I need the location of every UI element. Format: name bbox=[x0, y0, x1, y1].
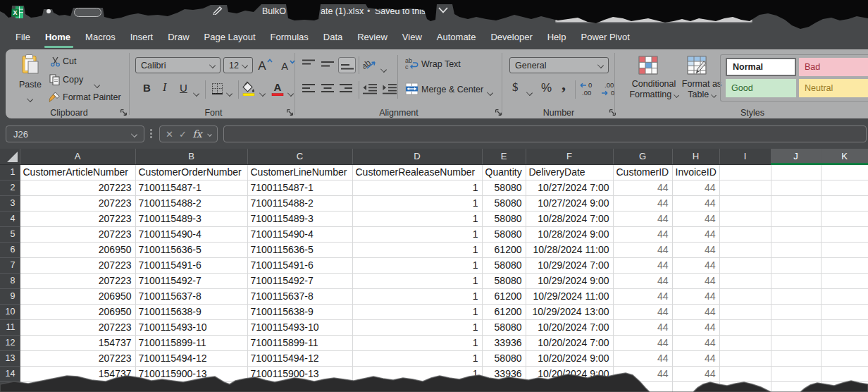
tab-automate[interactable]: Automate bbox=[437, 32, 476, 43]
row-header-7[interactable]: 7 bbox=[0, 257, 20, 273]
fill-color-chevron-icon[interactable] bbox=[260, 86, 265, 99]
cell-A7[interactable]: 207223 bbox=[20, 257, 135, 273]
cell-F12[interactable]: 10/20/2024 7:00 bbox=[526, 335, 613, 350]
column-header-D[interactable]: D bbox=[352, 149, 482, 164]
cell-A3[interactable]: 207223 bbox=[20, 195, 135, 211]
tab-help[interactable]: Help bbox=[547, 32, 566, 43]
tab-developer[interactable]: Developer bbox=[490, 32, 532, 43]
cell-F5[interactable]: 10/28/2024 9:00 bbox=[526, 226, 613, 242]
cell-H1[interactable]: InvoiceID bbox=[672, 164, 719, 180]
cell-H10[interactable]: 44 bbox=[672, 304, 719, 319]
cell-B2[interactable]: 7100115487-1 bbox=[135, 180, 247, 195]
cell-C7[interactable]: 7100115491-6 bbox=[247, 257, 352, 273]
row-header-14[interactable]: 14 bbox=[0, 366, 20, 381]
merge-center-button[interactable] bbox=[404, 82, 418, 96]
cell-H11[interactable]: 44 bbox=[672, 319, 719, 335]
bottom-align-button[interactable] bbox=[338, 57, 356, 73]
tab-draw[interactable]: Draw bbox=[168, 32, 189, 43]
cell-H14[interactable]: 44 bbox=[672, 366, 719, 381]
merge-center-chevron-icon[interactable] bbox=[488, 85, 492, 98]
cell-D1[interactable]: CustomerRealeaseNumber bbox=[352, 164, 482, 180]
cell-D11[interactable]: 1 bbox=[352, 319, 482, 335]
column-header-I[interactable]: I bbox=[719, 149, 771, 164]
tab-macros[interactable]: Macros bbox=[85, 32, 116, 43]
cell-D14[interactable]: 1 bbox=[352, 366, 482, 381]
underline-button[interactable]: U bbox=[180, 82, 187, 94]
column-header-E[interactable]: E bbox=[482, 149, 526, 164]
cell-A10[interactable]: 206950 bbox=[20, 304, 135, 319]
cell-F2[interactable]: 10/27/2024 7:00 bbox=[526, 180, 613, 195]
cell-E12[interactable]: 33936 bbox=[482, 335, 526, 350]
borders-button[interactable] bbox=[211, 82, 223, 94]
cell-C14[interactable]: 7100115900-13 bbox=[247, 366, 352, 381]
cell-C12[interactable]: 7100115899-11 bbox=[247, 335, 352, 350]
cell-E9[interactable]: 61200 bbox=[482, 288, 526, 304]
row-header-6[interactable]: 6 bbox=[0, 242, 20, 257]
cell-D2[interactable]: 1 bbox=[352, 180, 482, 195]
cell-J13[interactable] bbox=[771, 350, 821, 366]
cell-H15[interactable] bbox=[672, 381, 719, 392]
cell-K11[interactable] bbox=[821, 319, 868, 335]
increase-font-size-button[interactable]: A bbox=[256, 57, 273, 73]
accounting-format-button[interactable]: $ bbox=[512, 80, 519, 94]
cell-H6[interactable]: 44 bbox=[672, 242, 719, 257]
align-center-button[interactable] bbox=[320, 82, 335, 96]
cell-K2[interactable] bbox=[821, 180, 868, 195]
cell-F7[interactable]: 10/29/2024 7:00 bbox=[526, 257, 613, 273]
cell-I7[interactable] bbox=[719, 257, 771, 273]
bold-button[interactable]: B bbox=[143, 82, 151, 94]
tab-power-pivot[interactable]: Power Pivot bbox=[581, 32, 629, 43]
tab-page-layout[interactable]: Page Layout bbox=[204, 32, 256, 43]
middle-align-button[interactable] bbox=[320, 57, 335, 71]
row-header-12[interactable]: 12 bbox=[0, 335, 20, 350]
autosave-toggle-knob[interactable] bbox=[46, 9, 51, 13]
italic-button[interactable]: I bbox=[163, 81, 166, 94]
cell-B13[interactable]: 7100115494-12 bbox=[135, 350, 247, 366]
cell-B7[interactable]: 7100115491-6 bbox=[135, 257, 247, 273]
cell-G8[interactable]: 44 bbox=[613, 273, 672, 288]
row-header-8[interactable]: 8 bbox=[0, 273, 20, 288]
cell-B12[interactable]: 7100115899-11 bbox=[135, 335, 247, 350]
cell-K6[interactable] bbox=[821, 242, 868, 257]
cell-E13[interactable]: 58080 bbox=[482, 350, 526, 366]
cell-A5[interactable]: 207223 bbox=[20, 226, 135, 242]
cell-G15[interactable] bbox=[613, 381, 672, 392]
cell-A4[interactable]: 207223 bbox=[20, 211, 135, 226]
cell-E6[interactable]: 61200 bbox=[482, 242, 526, 257]
column-header-K[interactable]: K bbox=[821, 149, 868, 164]
cell-H8[interactable]: 44 bbox=[672, 273, 719, 288]
row-header-13[interactable]: 13 bbox=[0, 350, 20, 366]
row-header-5[interactable]: 5 bbox=[0, 226, 20, 242]
cell-C13[interactable]: 7100115494-12 bbox=[247, 350, 352, 366]
cell-D9[interactable]: 1 bbox=[352, 288, 482, 304]
cell-H12[interactable]: 44 bbox=[672, 335, 719, 350]
cell-F15[interactable] bbox=[526, 381, 613, 392]
tab-insert[interactable]: Insert bbox=[130, 32, 154, 43]
cell-F3[interactable]: 10/27/2024 9:00 bbox=[526, 195, 613, 211]
cell-G2[interactable]: 44 bbox=[613, 180, 672, 195]
increase-indent-button[interactable] bbox=[381, 82, 398, 96]
cell-A8[interactable]: 207223 bbox=[20, 273, 135, 288]
format-as-table-button[interactable] bbox=[686, 55, 707, 75]
cell-J2[interactable] bbox=[771, 180, 821, 195]
cell-I12[interactable] bbox=[719, 335, 771, 350]
copy-button[interactable]: Copy bbox=[63, 75, 83, 85]
cell-C4[interactable]: 7100115489-3 bbox=[247, 211, 352, 226]
cell-E2[interactable]: 58080 bbox=[482, 180, 526, 195]
align-left-button[interactable] bbox=[301, 82, 316, 96]
row-header-15[interactable] bbox=[0, 381, 20, 392]
cell-E5[interactable]: 58080 bbox=[482, 226, 526, 242]
cell-G6[interactable]: 44 bbox=[613, 242, 672, 257]
cell-D7[interactable]: 1 bbox=[352, 257, 482, 273]
cell-K1[interactable] bbox=[821, 164, 868, 180]
cell-E11[interactable]: 58080 bbox=[482, 319, 526, 335]
cell-K12[interactable] bbox=[821, 335, 868, 350]
column-header-J[interactable]: J bbox=[771, 149, 821, 164]
paste-button[interactable] bbox=[20, 54, 41, 75]
cell-J4[interactable] bbox=[771, 211, 821, 226]
cell-I6[interactable] bbox=[719, 242, 771, 257]
cell-J10[interactable] bbox=[771, 304, 821, 319]
number-dialog-launcher[interactable] bbox=[609, 109, 617, 117]
cell-K4[interactable] bbox=[821, 211, 868, 226]
cell-G3[interactable]: 44 bbox=[613, 195, 672, 211]
